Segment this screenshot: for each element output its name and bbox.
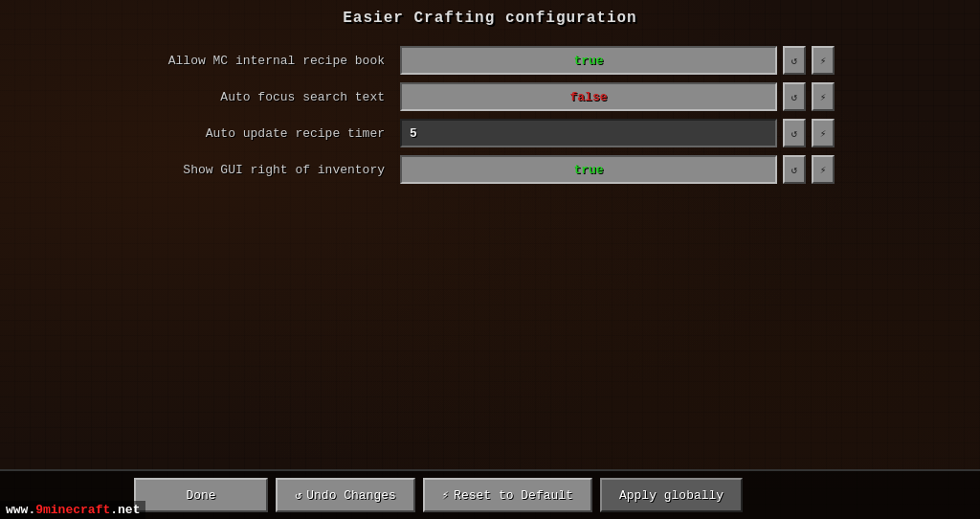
label-show-gui-right: Show GUI right of inventory [145, 163, 394, 177]
reset-icon-4: ⚡ [820, 164, 827, 176]
value-show-gui-right[interactable]: true [400, 155, 777, 184]
undo-changes-icon: ↺ [295, 488, 301, 503]
config-row-allow-recipe-book: Allow MC internal recipe book true ↺ ⚡ [145, 44, 835, 77]
reset-icon-2: ⚡ [820, 91, 827, 103]
undo-icon-4: ↺ [791, 164, 798, 176]
watermark-suffix: .net [110, 503, 140, 517]
btn-undo-auto-focus-search[interactable]: ↺ [783, 82, 806, 111]
undo-icon-2: ↺ [791, 91, 798, 103]
page-wrapper: Easier Crafting configuration Allow MC i… [0, 0, 980, 519]
btn-undo-allow-recipe-book[interactable]: ↺ [783, 46, 806, 75]
label-allow-recipe-book: Allow MC internal recipe book [145, 54, 394, 68]
config-panel: Allow MC internal recipe book true ↺ ⚡ A… [145, 44, 835, 186]
label-auto-update-timer: Auto update recipe timer [145, 126, 394, 141]
config-row-show-gui-right: Show GUI right of inventory true ↺ ⚡ [145, 153, 835, 186]
btn-undo-show-gui-right[interactable]: ↺ [783, 155, 806, 184]
reset-default-icon: ⚡ [442, 488, 449, 503]
apply-globally-button[interactable]: Apply globally [600, 478, 743, 512]
btn-reset-allow-recipe-book[interactable]: ⚡ [812, 46, 835, 75]
btn-reset-show-gui-right[interactable]: ⚡ [812, 155, 835, 184]
label-auto-focus-search: Auto focus search text [145, 90, 394, 104]
config-row-auto-update-timer: Auto update recipe timer 5 ↺ ⚡ [145, 117, 835, 149]
btn-reset-auto-update-timer[interactable]: ⚡ [812, 119, 835, 147]
undo-changes-button[interactable]: ↺ Undo Changes [276, 478, 415, 512]
undo-icon: ↺ [791, 55, 798, 67]
value-auto-focus-search[interactable]: false [400, 82, 777, 111]
watermark-brand: 9minecraft [35, 503, 110, 517]
btn-reset-auto-focus-search[interactable]: ⚡ [812, 82, 835, 111]
undo-icon-3: ↺ [791, 127, 798, 140]
btn-undo-auto-update-timer[interactable]: ↺ [783, 119, 806, 147]
page-title: Easier Crafting configuration [343, 10, 636, 27]
done-button[interactable]: Done [134, 478, 268, 512]
bottom-bar: www.9minecraft.net Done ↺ Undo Changes ⚡… [0, 469, 980, 519]
value-allow-recipe-book[interactable]: true [400, 46, 777, 75]
undo-changes-label: Undo Changes [306, 488, 396, 503]
config-row-auto-focus-search: Auto focus search text false ↺ ⚡ [145, 80, 835, 113]
watermark: www.9minecraft.net [0, 501, 145, 519]
reset-icon: ⚡ [820, 55, 827, 67]
reset-default-label: Reset to Default [454, 488, 573, 503]
reset-icon-3: ⚡ [820, 127, 827, 140]
watermark-prefix: www. [6, 503, 35, 517]
reset-to-default-button[interactable]: ⚡ Reset to Default [423, 478, 592, 512]
value-auto-update-timer[interactable]: 5 [400, 119, 777, 147]
